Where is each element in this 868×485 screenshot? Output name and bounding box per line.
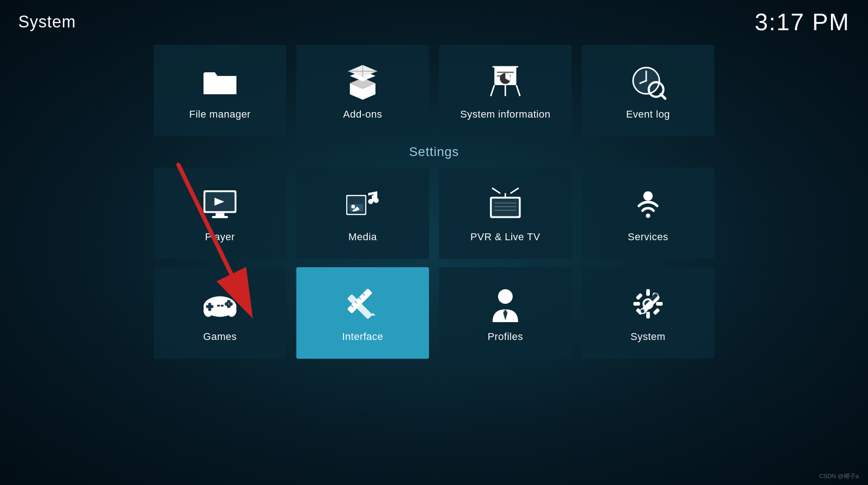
page-title: System [18,12,76,32]
tile-profiles[interactable]: Profiles [439,267,572,359]
pvr-live-tv-icon [485,183,526,225]
svg-line-16 [661,94,665,99]
svg-rect-43 [206,305,214,308]
event-log-icon [627,61,669,102]
svg-point-38 [646,214,650,218]
svg-line-29 [493,189,500,193]
tile-file-manager[interactable]: File manager [154,45,286,136]
svg-rect-21 [212,216,228,218]
tile-add-ons-label: Add-ons [343,108,382,120]
settings-section-header: Settings [27,145,841,159]
tile-services-label: Services [628,231,668,243]
tile-interface[interactable]: Interface [296,267,429,359]
tile-system-label: System [631,331,665,343]
tile-event-log-label: Event log [626,108,670,120]
interface-icon [342,283,383,324]
svg-point-27 [368,199,373,204]
add-ons-icon [342,61,383,102]
tile-player[interactable]: Player [154,167,286,259]
tile-system-information[interactable]: System information [439,45,572,136]
svg-point-68 [641,309,644,313]
svg-point-28 [374,198,379,203]
system-icon [627,283,669,324]
system-information-icon [485,61,526,102]
svg-line-9 [516,85,520,96]
tile-profiles-label: Profiles [488,331,523,343]
file-manager-icon [199,61,241,102]
services-icon [627,183,669,225]
svg-rect-48 [217,305,220,307]
clock: 3:17 PM [755,8,850,36]
bottom-row: Games [27,267,841,359]
tile-interface-label: Interface [342,331,383,343]
svg-rect-20 [215,213,224,216]
svg-rect-61 [646,312,650,318]
svg-point-46 [227,300,230,304]
tile-event-log[interactable]: Event log [582,45,714,136]
svg-rect-60 [646,289,650,296]
tile-games-label: Games [203,331,236,343]
svg-rect-0 [204,78,236,94]
watermark: CSDN @椰子a [819,472,859,480]
tile-media-label: Media [348,231,377,243]
media-icon [342,183,383,225]
tile-add-ons[interactable]: Add-ons [296,45,429,136]
svg-rect-33 [492,199,519,216]
svg-line-8 [491,85,494,96]
svg-rect-65 [653,308,660,315]
profiles-icon [485,283,526,324]
svg-point-37 [643,191,653,201]
svg-rect-49 [221,305,224,307]
svg-line-30 [511,189,518,193]
player-icon [199,183,241,225]
tile-pvr-live-tv[interactable]: PVR & Live TV [439,167,572,259]
svg-rect-63 [656,302,663,306]
tile-system-information-label: System information [460,108,550,120]
svg-point-47 [227,304,230,308]
tile-services[interactable]: Services [582,167,714,259]
svg-point-25 [351,205,355,209]
svg-rect-62 [633,302,640,306]
tile-file-manager-label: File manager [189,108,251,120]
tile-games[interactable]: Games [154,267,286,359]
games-icon [199,283,241,324]
svg-point-57 [498,289,513,304]
svg-rect-64 [636,293,643,300]
top-row: File manager Add-ons [27,45,841,136]
tile-pvr-live-tv-label: PVR & Live TV [471,231,541,243]
tile-media[interactable]: Media [296,167,429,259]
middle-row: Player Media [27,167,841,259]
tile-player-label: Player [205,231,235,243]
tile-system[interactable]: System [582,267,714,359]
